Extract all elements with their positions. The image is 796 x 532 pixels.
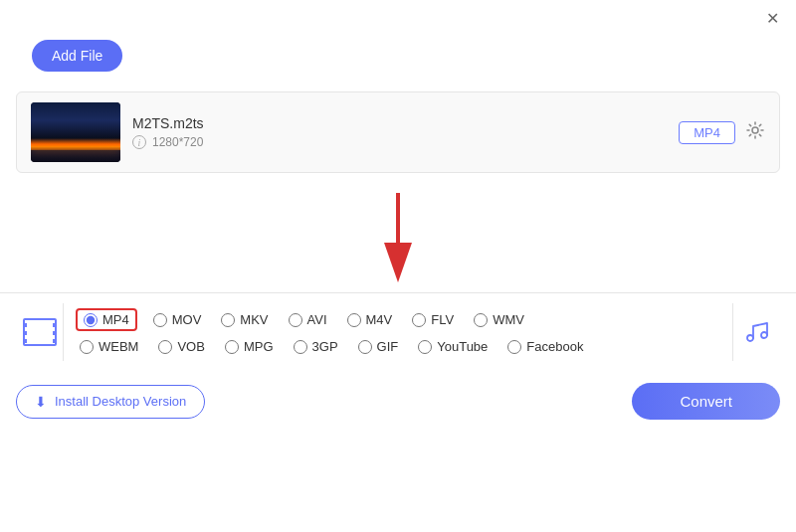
format-youtube[interactable]: YouTube bbox=[414, 337, 492, 356]
format-youtube-radio[interactable] bbox=[418, 340, 432, 354]
format-mpg[interactable]: MPG bbox=[221, 337, 278, 356]
format-mp4-radio[interactable] bbox=[84, 313, 98, 327]
format-row: MP4 MOV MKV AVI bbox=[16, 303, 780, 361]
file-resolution: 1280*720 bbox=[152, 135, 203, 149]
format-mkv-radio[interactable] bbox=[221, 313, 235, 327]
app-window: ✕ Add File M2TS.m2ts i 1280*720 MP4 bbox=[0, 0, 796, 532]
format-mkv-label: MKV bbox=[240, 312, 268, 327]
add-file-button[interactable]: Add File bbox=[32, 40, 122, 72]
format-m4v[interactable]: M4V bbox=[343, 310, 397, 329]
file-thumbnail bbox=[31, 102, 120, 162]
format-m4v-label: M4V bbox=[366, 312, 393, 327]
format-vob-radio[interactable] bbox=[158, 340, 172, 354]
format-flv[interactable]: FLV bbox=[408, 310, 458, 329]
format-3gp-radio[interactable] bbox=[294, 340, 307, 354]
format-avi[interactable]: AVI bbox=[285, 310, 331, 329]
arrow-area bbox=[0, 173, 796, 292]
format-webm-radio[interactable] bbox=[80, 340, 94, 354]
svg-point-0 bbox=[752, 127, 758, 133]
format-m4v-radio[interactable] bbox=[347, 313, 361, 327]
format-avi-radio[interactable] bbox=[289, 313, 302, 327]
title-bar: ✕ bbox=[0, 0, 796, 36]
format-mpg-radio[interactable] bbox=[225, 340, 239, 354]
format-wmv-radio[interactable] bbox=[474, 313, 488, 327]
toolbar: Add File bbox=[0, 36, 796, 91]
format-vob-label: VOB bbox=[177, 339, 204, 354]
format-gif[interactable]: GIF bbox=[354, 337, 403, 356]
file-actions: MP4 bbox=[679, 120, 765, 145]
format-webm-label: WEBM bbox=[99, 339, 138, 354]
thumbnail-image bbox=[31, 102, 120, 162]
format-panel: MP4 MOV MKV AVI bbox=[0, 292, 796, 371]
file-meta: i 1280*720 bbox=[132, 135, 667, 149]
close-button[interactable]: ✕ bbox=[760, 6, 784, 30]
format-row-2: WEBM VOB MPG 3GP bbox=[76, 337, 724, 356]
format-mov-label: MOV bbox=[172, 312, 202, 327]
down-arrow-icon bbox=[368, 183, 428, 282]
format-flv-label: FLV bbox=[431, 312, 454, 327]
format-3gp-label: 3GP bbox=[312, 339, 338, 354]
format-youtube-label: YouTube bbox=[437, 339, 488, 354]
format-wmv[interactable]: WMV bbox=[470, 310, 528, 329]
download-icon: ⬇ bbox=[35, 394, 47, 410]
format-badge[interactable]: MP4 bbox=[679, 121, 735, 144]
convert-button[interactable]: Convert bbox=[632, 383, 780, 420]
format-mp4[interactable]: MP4 bbox=[76, 308, 137, 331]
film-strip-icon bbox=[23, 318, 57, 346]
format-webm[interactable]: WEBM bbox=[76, 337, 142, 356]
formats-container: MP4 MOV MKV AVI bbox=[76, 308, 724, 356]
file-info: M2TS.m2ts i 1280*720 bbox=[132, 115, 667, 149]
install-desktop-button[interactable]: ⬇ Install Desktop Version bbox=[16, 385, 205, 419]
format-mov-radio[interactable] bbox=[153, 313, 167, 327]
format-mp4-label: MP4 bbox=[102, 312, 129, 327]
format-mpg-label: MPG bbox=[244, 339, 274, 354]
file-name: M2TS.m2ts bbox=[132, 115, 667, 131]
install-desktop-label: Install Desktop Version bbox=[55, 394, 186, 409]
format-wmv-label: WMV bbox=[493, 312, 524, 327]
gear-icon bbox=[745, 120, 765, 140]
format-gif-radio[interactable] bbox=[358, 340, 372, 354]
format-facebook[interactable]: Facebook bbox=[503, 337, 587, 356]
format-avi-label: AVI bbox=[307, 312, 327, 327]
format-gif-label: GIF bbox=[377, 339, 399, 354]
info-icon[interactable]: i bbox=[132, 135, 146, 149]
format-facebook-radio[interactable] bbox=[507, 340, 521, 354]
music-note-icon bbox=[743, 318, 771, 346]
format-facebook-label: Facebook bbox=[526, 339, 583, 354]
format-vob[interactable]: VOB bbox=[154, 337, 208, 356]
format-flv-radio[interactable] bbox=[412, 313, 426, 327]
format-row-1: MP4 MOV MKV AVI bbox=[76, 308, 724, 331]
audio-format-icon[interactable] bbox=[732, 303, 780, 361]
file-list-item: M2TS.m2ts i 1280*720 MP4 bbox=[16, 91, 780, 173]
video-format-icon[interactable] bbox=[16, 303, 64, 361]
format-mov[interactable]: MOV bbox=[149, 310, 206, 329]
format-mkv[interactable]: MKV bbox=[217, 310, 272, 329]
format-3gp[interactable]: 3GP bbox=[290, 337, 342, 356]
footer: ⬇ Install Desktop Version Convert bbox=[0, 371, 796, 436]
settings-button[interactable] bbox=[745, 120, 765, 145]
svg-point-3 bbox=[747, 335, 753, 341]
